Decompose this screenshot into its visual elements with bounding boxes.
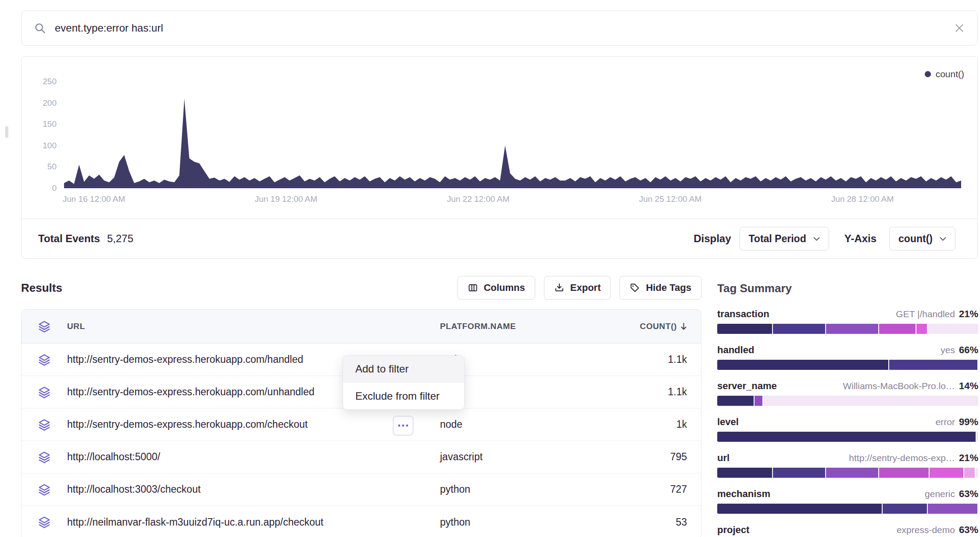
tag-bar-remainder <box>976 432 978 442</box>
tag-bar-segment[interactable] <box>879 468 929 478</box>
tag-row-project: projectexpress-demo63% <box>717 524 978 537</box>
tag-bar-segment[interactable] <box>717 396 754 406</box>
table-header: URL PLATFORM.NAME COUNT() <box>21 310 701 344</box>
row-url[interactable]: http://localhost:3003/checkout <box>67 483 440 495</box>
tag-bar-segment[interactable] <box>916 324 927 334</box>
display-select[interactable]: Total Period <box>740 227 829 251</box>
panel-resize-handle[interactable] <box>5 126 8 138</box>
export-icon <box>554 283 565 293</box>
yaxis-select[interactable]: count() <box>889 227 955 251</box>
chart-legend[interactable]: count() <box>925 69 964 79</box>
x-axis-tick: Jun 19 12:00 AM <box>255 194 318 204</box>
tag-bar-segment[interactable] <box>889 360 977 370</box>
row-count: 1.1k <box>637 354 701 365</box>
tag-name: mechanism <box>717 488 770 500</box>
tag-bar-segment[interactable] <box>717 324 772 334</box>
row-platform: python <box>440 483 637 495</box>
x-axis: Jun 16 12:00 AMJun 19 12:00 AMJun 22 12:… <box>64 194 961 206</box>
row-platform: node <box>440 386 637 398</box>
column-header-count[interactable]: COUNT() <box>637 322 701 331</box>
column-header-platform[interactable]: PLATFORM.NAME <box>440 322 637 331</box>
row-platform: python <box>440 516 637 528</box>
tag-bar-segment[interactable] <box>717 468 772 478</box>
table-row[interactable]: http://sentry-demos-express.herokuapp.co… <box>21 408 701 441</box>
row-actions-button[interactable] <box>393 416 413 435</box>
tag-row-level: levelerror99% <box>717 416 978 442</box>
tag-bar-segment[interactable] <box>755 396 762 406</box>
row-count: 1.1k <box>637 386 701 398</box>
tag-bar-segment[interactable] <box>773 324 825 334</box>
tag-top-value: http://sentry-demos-exp… <box>849 453 955 463</box>
arrow-down-icon <box>680 322 687 330</box>
tag-bar-segment[interactable] <box>717 360 888 370</box>
x-axis-tick: Jun 25 12:00 AM <box>639 194 702 204</box>
total-events-label: Total Events <box>38 233 100 245</box>
tag-bar-remainder <box>763 396 978 406</box>
table-row[interactable]: http://localhost:5000/javascript795 <box>21 441 701 473</box>
menu-item-exclude-from-filter[interactable]: Exclude from filter <box>343 383 464 409</box>
search-input[interactable] <box>55 22 945 34</box>
tag-distribution-bar[interactable] <box>717 504 978 514</box>
y-axis-tick: 50 <box>47 162 57 172</box>
y-axis-tick: 0 <box>52 183 57 193</box>
cell-context-menu: Add to filter Exclude from filter <box>343 355 465 410</box>
row-url[interactable]: http://neilmanvar-flask-m3uuizd7iq-uc.a.… <box>67 516 440 528</box>
tag-icon <box>629 283 640 293</box>
export-button[interactable]: Export <box>544 276 611 300</box>
tag-top-percent: 66% <box>959 344 978 356</box>
x-axis-tick: Jun 22 12:00 AM <box>447 194 510 204</box>
display-label: Display <box>694 233 731 245</box>
tag-distribution-bar[interactable] <box>717 396 978 406</box>
columns-button[interactable]: Columns <box>458 276 535 300</box>
clear-search-button[interactable] <box>954 22 965 34</box>
tag-row-server_name: server_nameWilliams-MacBook-Pro.lo…14% <box>717 380 978 406</box>
row-url[interactable]: http://sentry-demos-express.herokuapp.co… <box>67 419 440 430</box>
tag-top-percent: 14% <box>959 380 978 392</box>
ellipsis-icon <box>397 424 409 427</box>
tag-bar-segment[interactable] <box>826 324 878 334</box>
hide-tags-button[interactable]: Hide Tags <box>619 276 701 300</box>
tag-distribution-bar[interactable] <box>717 324 978 334</box>
tag-bar-segment[interactable] <box>930 468 963 478</box>
tag-bar-segment[interactable] <box>773 468 825 478</box>
tag-name: url <box>717 452 730 464</box>
tag-bar-segment[interactable] <box>717 504 882 514</box>
tag-bar-segment[interactable] <box>883 504 927 514</box>
yaxis-label: Y-Axis <box>844 233 876 245</box>
row-platform: node <box>440 419 637 430</box>
tag-row-mechanism: mechanismgeneric63% <box>717 488 978 514</box>
tag-distribution-bar[interactable] <box>717 360 978 370</box>
tag-distribution-bar[interactable] <box>717 432 978 442</box>
menu-item-add-to-filter[interactable]: Add to filter <box>343 356 464 383</box>
table-row[interactable]: http://neilmanvar-flask-m3uuizd7iq-uc.a.… <box>21 506 701 537</box>
search-bar[interactable] <box>21 11 978 46</box>
tag-name: project <box>717 524 749 536</box>
tag-top-value: error <box>936 417 955 427</box>
chart-footer: Total Events 5,275 Display Total Period … <box>21 218 977 258</box>
layers-icon <box>21 483 67 496</box>
results-table: URL PLATFORM.NAME COUNT() http://sentry-… <box>21 309 701 537</box>
row-platform: node <box>440 354 637 365</box>
tag-bar-segment[interactable] <box>964 468 975 478</box>
tag-top-value: generic <box>925 489 955 499</box>
close-icon <box>954 22 965 34</box>
table-row[interactable]: http://localhost:3003/checkoutpython727 <box>21 473 701 506</box>
tag-bar-segment[interactable] <box>826 468 878 478</box>
tag-top-percent: 63% <box>959 488 978 500</box>
y-axis-tick: 100 <box>43 141 57 150</box>
search-icon <box>34 22 46 34</box>
tag-bar-segment[interactable] <box>879 324 916 334</box>
tag-bar-segment[interactable] <box>928 504 977 514</box>
layers-icon <box>21 516 67 529</box>
y-axis-tick: 150 <box>43 119 57 129</box>
row-url[interactable]: http://localhost:5000/ <box>67 451 440 463</box>
events-area-chart[interactable] <box>64 82 961 188</box>
column-header-url[interactable]: URL <box>67 322 440 331</box>
tag-summary-panel: Tag Summary transactionGET |/handled21%h… <box>717 282 978 537</box>
tag-top-value: Williams-MacBook-Pro.lo… <box>843 381 955 391</box>
y-axis-tick: 200 <box>43 98 57 108</box>
columns-icon <box>468 283 478 293</box>
tag-distribution-bar[interactable] <box>717 468 978 478</box>
results-title: Results <box>21 281 62 295</box>
tag-bar-segment[interactable] <box>717 432 976 442</box>
